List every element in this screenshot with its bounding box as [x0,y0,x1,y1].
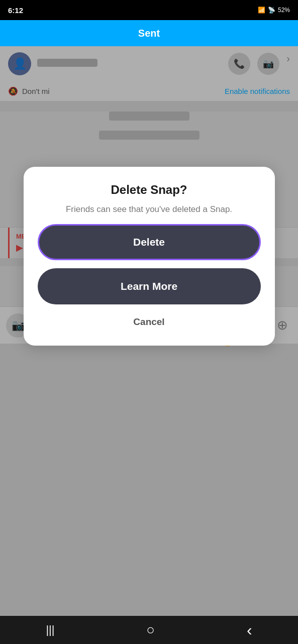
delete-snap-dialog: Delete Snap? Friends can see that you've… [24,167,275,346]
cancel-button[interactable]: Cancel [121,312,176,332]
signal-icon: 📡 [268,7,275,14]
nav-home-button[interactable]: ○ [146,622,155,638]
page: 6:12 📶 📡 52% Sent 👤 📞 📷 › [0,0,298,644]
scrollable-content: 👤 📞 📷 › 🔕 Don't mi Enable notifications [0,46,298,616]
wifi-icon: 📶 [258,7,265,14]
status-time: 6:12 [8,6,23,15]
dialog-title: Delete Snap? [111,183,187,197]
app-header: Sent [0,20,298,46]
menu-icon: ||| [46,623,54,636]
nav-menu-button[interactable]: ||| [46,623,54,636]
nav-back-button[interactable]: ‹ [247,621,252,639]
battery-percent: 52% [278,7,290,14]
status-icons: 📶 📡 52% [258,7,290,14]
android-nav-bar: ||| ○ ‹ [0,616,298,644]
home-icon: ○ [146,622,155,638]
back-icon: ‹ [247,621,252,639]
dialog-message: Friends can see that you've deleted a Sn… [66,203,232,216]
dialog-overlay: Delete Snap? Friends can see that you've… [0,46,298,616]
delete-button[interactable]: Delete [38,224,261,260]
learn-more-button[interactable]: Learn More [38,268,261,304]
app-header-title: Sent [138,28,160,39]
status-bar: 6:12 📶 📡 52% [0,0,298,20]
